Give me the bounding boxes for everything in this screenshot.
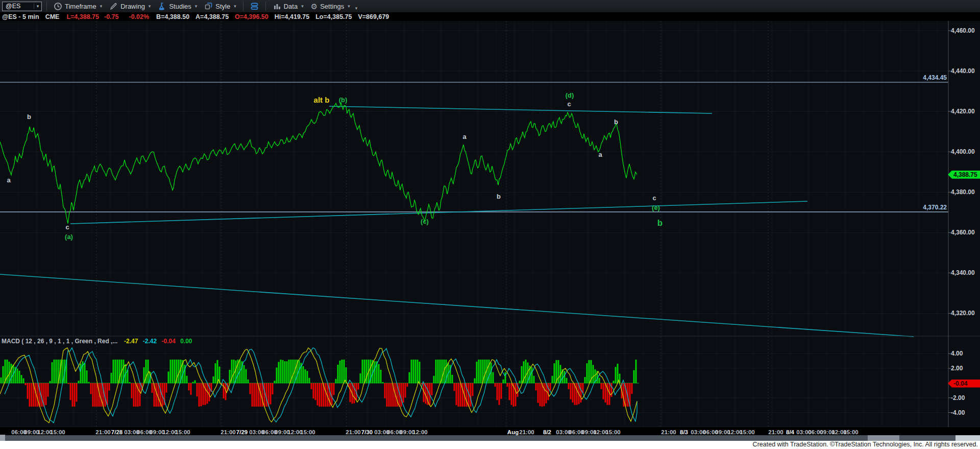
- chevron-down-icon: ▾: [100, 4, 103, 9]
- pencil-icon: [109, 2, 118, 11]
- status-segment: O=4,396.50: [235, 13, 268, 20]
- gear-icon: ⚙: [311, 2, 317, 11]
- copyright-text: Created with TradeStation. ©TradeStation…: [753, 441, 978, 448]
- flask-icon: [158, 2, 166, 11]
- status-segment: V=869,679: [358, 13, 389, 20]
- status-segment: Hi=4,419.75: [275, 13, 309, 20]
- menu-studies[interactable]: Studies▾: [156, 1, 199, 12]
- stacked-windows-icon: [250, 2, 259, 11]
- status-segment: -0.02%: [129, 13, 150, 20]
- status-segment: CME: [45, 13, 60, 20]
- scrollbar-left-cap[interactable]: [0, 435, 5, 441]
- chevron-down-icon: ▾: [348, 4, 350, 9]
- bar-chart-icon: [273, 2, 281, 11]
- status-segment: -0.75: [104, 13, 119, 20]
- toolbar: @ES ▾ Timeframe▾ Drawing▾ Studies▾: [0, 0, 980, 13]
- menu-drawing[interactable]: Drawing▾: [107, 1, 153, 12]
- clock-icon: [54, 2, 62, 11]
- scrollbar-right-cap[interactable]: [955, 435, 980, 441]
- style-icon: [204, 2, 213, 11]
- status-segment: Lo=4,385.75: [315, 13, 352, 20]
- chevron-down-icon: ▾: [195, 4, 198, 9]
- price-axis[interactable]: [948, 21, 980, 427]
- time-axis[interactable]: [0, 427, 980, 435]
- status-segment: L=4,388.75: [66, 13, 99, 20]
- copyright-bar: Created with TradeStation. ©TradeStation…: [0, 441, 980, 449]
- link-windows-button[interactable]: [248, 1, 261, 12]
- menu-timeframe[interactable]: Timeframe▾: [52, 1, 104, 12]
- symbol-input[interactable]: @ES ▾: [2, 2, 42, 11]
- status-segment: B=4,388.50: [156, 13, 189, 20]
- toolbar-separator: [46, 2, 47, 11]
- menu-data[interactable]: Data▾: [271, 1, 306, 12]
- horizontal-scrollbar[interactable]: [0, 435, 980, 441]
- menu-style[interactable]: Style▾: [202, 1, 238, 12]
- symbol-value: @ES: [3, 3, 34, 10]
- scrollbar-thumb[interactable]: [868, 435, 899, 441]
- symbol-dropdown-arrow[interactable]: ▾: [34, 4, 41, 9]
- chart-canvas[interactable]: [0, 0, 980, 449]
- tradestation-chart-window: @ES ▾ Timeframe▾ Drawing▾ Studies▾: [0, 0, 980, 449]
- chevron-down-icon: ▾: [149, 4, 151, 9]
- toolbar-overflow-arrow[interactable]: ▾: [355, 6, 358, 11]
- menu-settings[interactable]: ⚙ Settings▾: [309, 1, 352, 12]
- toolbar-separator: [243, 2, 243, 11]
- toolbar-separator: [265, 2, 266, 11]
- chevron-down-icon: ▾: [301, 4, 304, 9]
- status-segment: @ES - 5 min: [2, 13, 39, 20]
- status-segment: A=4,388.75: [195, 13, 229, 20]
- quote-statusbar: @ES - 5 minCMEL=4,388.75-0.75-0.02%B=4,3…: [0, 13, 980, 21]
- chevron-down-icon: ▾: [234, 4, 236, 9]
